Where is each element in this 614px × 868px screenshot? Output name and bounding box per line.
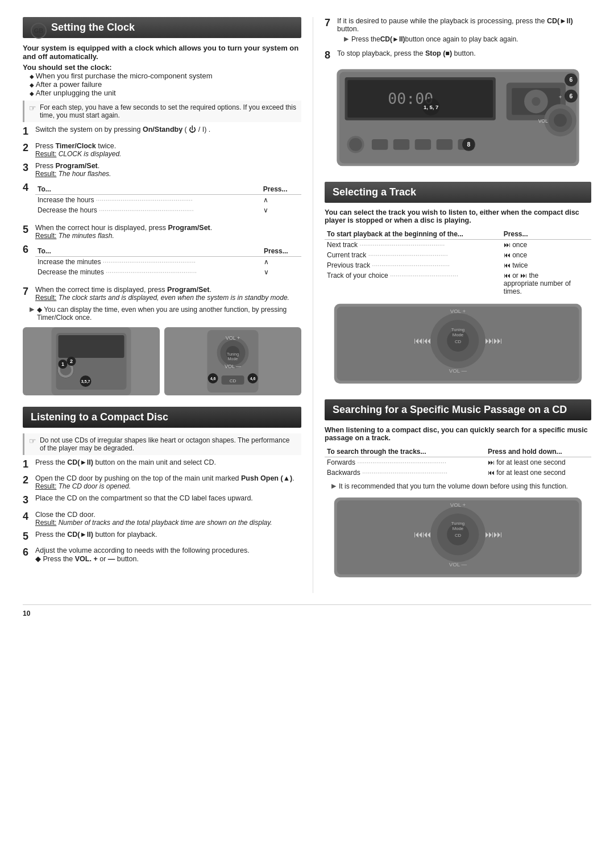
svg-text:8: 8 <box>467 141 471 148</box>
step6-col1-header: To... <box>35 246 262 257</box>
device-svg-1: 1 2 3,5,7 <box>23 327 160 395</box>
selecting-track-intro: You can select the track you wish to lis… <box>325 208 591 224</box>
searching-music-header: Searching for a Specific Music Passage o… <box>325 399 591 420</box>
right-step-8-content: To stop playback, press the Stop (■) but… <box>337 49 591 57</box>
selecting-track-header: Selecting a Track <box>325 182 591 203</box>
step-7-content: When the correct time is displayed, pres… <box>35 286 301 302</box>
svg-text:VOL +: VOL + <box>450 502 466 508</box>
right-step-7-sub: Press the CD(►II) button once again to p… <box>344 35 591 43</box>
search-table: To search through the tracks... Press an… <box>325 446 591 478</box>
svg-text:⏭⏭: ⏭⏭ <box>485 529 502 539</box>
step-4: 4 To... Press... Increase <box>23 182 301 220</box>
svg-text:CD: CD <box>230 378 237 383</box>
step-7: 7 When the correct time is displayed, pr… <box>23 286 301 302</box>
step-5: 5 When the correct hour is displayed, pr… <box>23 224 301 240</box>
svg-text:⏭⏭: ⏭⏭ <box>485 336 502 345</box>
svg-text:CD: CD <box>455 532 462 537</box>
cd-warning-text: Do not use CDs of irregular shapes like … <box>40 436 297 452</box>
right-top-steps: 7 If it is desired to pause while the pl… <box>325 17 591 170</box>
search-device-container: VOL + VOL — Tuning Mode ⏮⏮ ⏭⏭ CD <box>325 495 591 582</box>
cd-step-1-num: 1 <box>23 458 35 471</box>
step-2-content: Press Timer/Clock twice. Result: CLOCK i… <box>35 142 301 158</box>
search-note: It is recommended that you turn the volu… <box>331 482 591 490</box>
searching-music-intro: When listening to a compact disc, you ca… <box>325 426 591 442</box>
page-container: GB Setting the Clock Your system is equi… <box>23 17 591 617</box>
step-3-content: Press Program/Set. Result: The hour flas… <box>35 162 301 178</box>
svg-rect-40 <box>415 139 431 149</box>
cd-step-2-content: Open the CD door by pushing on the top o… <box>35 474 301 490</box>
select-col2-header: Press... <box>501 229 591 240</box>
table-row: Forwards ·······························… <box>325 457 591 468</box>
step-3: 3 Press Program/Set. Result: The hour fl… <box>23 162 301 178</box>
step-1: 1 Switch the system on by pressing On/St… <box>23 126 301 138</box>
cd-step-2: 2 Open the CD door by pushing on the top… <box>23 474 301 490</box>
cd-step-3-num: 3 <box>23 494 35 507</box>
right-step-8-num: 8 <box>325 49 337 62</box>
svg-text:Mode: Mode <box>228 357 238 361</box>
table-row: Increase the hours ·····················… <box>35 194 301 205</box>
svg-rect-2 <box>59 335 125 358</box>
selecting-track-table: To start playback at the beginning of th… <box>325 229 591 297</box>
svg-text:2: 2 <box>70 358 73 364</box>
step-1-num: 1 <box>23 126 35 138</box>
table-row: Increase the minutes ···················… <box>35 256 301 267</box>
right-step-7: 7 If it is desired to pause while the pl… <box>325 17 591 45</box>
step-2-num: 2 <box>23 142 35 155</box>
step-6-num: 6 <box>23 244 35 256</box>
select-track-device-container: VOL + VOL — Tuning Mode ⏮⏮ ⏭⏭ CD <box>325 301 591 388</box>
step-4-num: 4 <box>23 182 35 194</box>
svg-text:6: 6 <box>570 93 573 99</box>
selecting-track-section: Selecting a Track You can select the tra… <box>325 182 591 388</box>
svg-text:1: 1 <box>61 361 64 367</box>
svg-text:1, 5, 7: 1, 5, 7 <box>424 103 438 110</box>
cd-step-5-num: 5 <box>23 531 35 543</box>
svg-text:⏮⏮: ⏮⏮ <box>414 336 431 345</box>
svg-rect-39 <box>393 139 409 149</box>
step-1-content: Switch the system on by pressing On/Stan… <box>35 126 301 133</box>
table-row: Previous track ·························… <box>325 260 591 270</box>
right-step-7-content: If it is desired to pause while the play… <box>337 17 591 45</box>
clock-note: For each step, you have a few seconds to… <box>23 101 301 122</box>
bullet-item: When you first purchase the micro-compon… <box>30 72 301 80</box>
svg-text:Mode: Mode <box>453 526 463 531</box>
cd-step-5: 5 Press the CD(►II) button for playback. <box>23 531 301 543</box>
step-7-num: 7 <box>23 286 35 298</box>
device-image-1: 1 2 3,5,7 <box>23 327 160 395</box>
should-set-label: You should set the clock: <box>23 63 301 72</box>
step-5-content: When the correct hour is displayed, pres… <box>35 224 301 240</box>
step-6-content: To... Press... Increase the minutes ····… <box>35 244 301 282</box>
right-step-8: 8 To stop playback, press the Stop (■) b… <box>325 49 591 62</box>
cd-step-4: 4 Close the CD door. Result: Number of t… <box>23 511 301 527</box>
cd-step-5-content: Press the CD(►II) button for playback. <box>35 531 301 539</box>
step-6-table: To... Press... Increase the minutes ····… <box>35 246 301 277</box>
svg-text:VOL +: VOL + <box>450 308 466 314</box>
svg-point-37 <box>349 138 362 151</box>
step4-col2-header: Press... <box>261 184 301 195</box>
search-device-svg: VOL + VOL — Tuning Mode ⏮⏮ ⏭⏭ CD <box>325 495 591 580</box>
table-row: Decrease the minutes ···················… <box>35 267 301 277</box>
step-4-content: To... Press... Increase the hours ······… <box>35 182 301 220</box>
table-row: Backwards ······························… <box>325 468 591 478</box>
search-col1-header: To search through the tracks... <box>325 446 486 457</box>
svg-text:4,6: 4,6 <box>210 377 216 381</box>
cd-step-1-content: Press the CD(►II) button on the main uni… <box>35 458 301 466</box>
svg-text:Tuning: Tuning <box>227 352 239 357</box>
cd-step-3-content: Place the CD on the compartment so that … <box>35 494 301 502</box>
device-image-2: VOL + VOL — Tuning Mode CD 4,6 <box>164 327 301 395</box>
table-row: Next track ·····························… <box>325 239 591 250</box>
setting-clock-section: GB Setting the Clock Your system is equi… <box>23 17 301 395</box>
step-4-table: To... Press... Increase the hours ······… <box>35 184 301 215</box>
svg-text:Tuning: Tuning <box>451 521 464 526</box>
cd-warning: Do not use CDs of irregular shapes like … <box>23 433 301 455</box>
display-note: ◆ You can display the time, even when yo… <box>30 306 301 322</box>
device-svg-2: VOL + VOL — Tuning Mode CD 4,6 <box>164 327 301 395</box>
step-6: 6 To... Press... Increase <box>23 244 301 282</box>
bullet-item: After a power failure <box>30 80 301 89</box>
step4-col1-header: To... <box>35 184 261 195</box>
step-3-num: 3 <box>23 162 35 174</box>
setting-clock-title: Setting the Clock <box>51 22 135 33</box>
cd-step-4-content: Close the CD door. Result: Number of tra… <box>35 511 301 527</box>
svg-text:6: 6 <box>570 77 573 83</box>
svg-point-35 <box>532 97 540 106</box>
right-step-7-num: 7 <box>325 17 337 30</box>
